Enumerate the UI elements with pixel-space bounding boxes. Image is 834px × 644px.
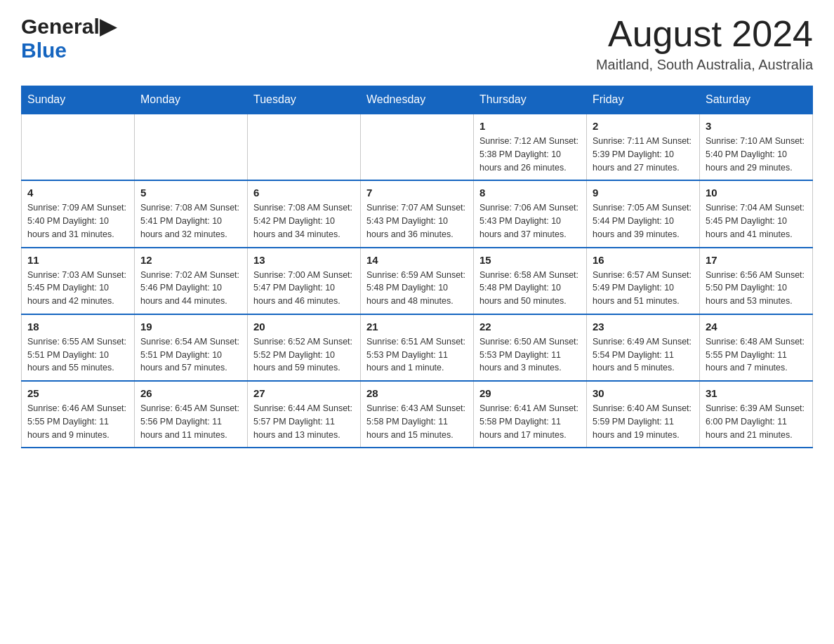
day-number: 12 bbox=[140, 254, 241, 266]
day-number: 5 bbox=[140, 187, 241, 199]
calendar-cell: 28Sunrise: 6:43 AM Sunset: 5:58 PM Dayli… bbox=[361, 381, 474, 448]
day-number: 3 bbox=[706, 120, 807, 132]
day-info: Sunrise: 6:51 AM Sunset: 5:53 PM Dayligh… bbox=[366, 335, 468, 375]
day-number: 20 bbox=[253, 321, 355, 333]
day-number: 24 bbox=[706, 321, 807, 333]
calendar-cell: 8Sunrise: 7:06 AM Sunset: 5:43 PM Daylig… bbox=[474, 180, 587, 247]
day-info: Sunrise: 7:07 AM Sunset: 5:43 PM Dayligh… bbox=[366, 201, 468, 241]
day-info: Sunrise: 6:48 AM Sunset: 5:55 PM Dayligh… bbox=[706, 335, 807, 375]
calendar-location: Maitland, South Australia, Australia bbox=[596, 57, 813, 73]
col-header-wednesday: Wednesday bbox=[361, 86, 474, 114]
week-row-4: 18Sunrise: 6:55 AM Sunset: 5:51 PM Dayli… bbox=[22, 314, 813, 381]
calendar-cell: 25Sunrise: 6:46 AM Sunset: 5:55 PM Dayli… bbox=[22, 381, 135, 448]
day-number: 8 bbox=[479, 187, 581, 199]
calendar-cell: 22Sunrise: 6:50 AM Sunset: 5:53 PM Dayli… bbox=[474, 314, 587, 381]
day-info: Sunrise: 7:12 AM Sunset: 5:38 PM Dayligh… bbox=[479, 135, 581, 174]
col-header-saturday: Saturday bbox=[700, 86, 813, 114]
day-info: Sunrise: 6:57 AM Sunset: 5:49 PM Dayligh… bbox=[593, 269, 694, 308]
calendar-cell: 1Sunrise: 7:12 AM Sunset: 5:38 PM Daylig… bbox=[474, 114, 587, 180]
day-number: 28 bbox=[366, 387, 468, 399]
calendar-cell: 5Sunrise: 7:08 AM Sunset: 5:41 PM Daylig… bbox=[135, 180, 248, 247]
day-info: Sunrise: 6:52 AM Sunset: 5:52 PM Dayligh… bbox=[253, 335, 355, 375]
day-number: 9 bbox=[593, 187, 694, 199]
day-info: Sunrise: 7:04 AM Sunset: 5:45 PM Dayligh… bbox=[706, 201, 807, 241]
day-number: 14 bbox=[366, 254, 468, 266]
calendar-cell: 2Sunrise: 7:11 AM Sunset: 5:39 PM Daylig… bbox=[587, 114, 700, 180]
week-row-5: 25Sunrise: 6:46 AM Sunset: 5:55 PM Dayli… bbox=[22, 381, 813, 448]
day-info: Sunrise: 7:06 AM Sunset: 5:43 PM Dayligh… bbox=[479, 201, 581, 241]
day-info: Sunrise: 7:00 AM Sunset: 5:47 PM Dayligh… bbox=[253, 269, 355, 308]
day-info: Sunrise: 6:58 AM Sunset: 5:48 PM Dayligh… bbox=[479, 269, 581, 308]
day-info: Sunrise: 6:49 AM Sunset: 5:54 PM Dayligh… bbox=[593, 335, 694, 375]
calendar-cell: 13Sunrise: 7:00 AM Sunset: 5:47 PM Dayli… bbox=[248, 248, 361, 314]
calendar-header-row: SundayMondayTuesdayWednesdayThursdayFrid… bbox=[22, 86, 813, 114]
week-row-3: 11Sunrise: 7:03 AM Sunset: 5:45 PM Dayli… bbox=[22, 248, 813, 314]
calendar-cell: 30Sunrise: 6:40 AM Sunset: 5:59 PM Dayli… bbox=[587, 381, 700, 448]
calendar-cell: 26Sunrise: 6:45 AM Sunset: 5:56 PM Dayli… bbox=[135, 381, 248, 448]
calendar-cell: 18Sunrise: 6:55 AM Sunset: 5:51 PM Dayli… bbox=[22, 314, 135, 381]
logo-line2: Blue bbox=[21, 39, 116, 62]
calendar-cell: 9Sunrise: 7:05 AM Sunset: 5:44 PM Daylig… bbox=[587, 180, 700, 247]
day-number: 27 bbox=[253, 387, 355, 399]
calendar-table: SundayMondayTuesdayWednesdayThursdayFrid… bbox=[21, 86, 813, 448]
calendar-cell: 21Sunrise: 6:51 AM Sunset: 5:53 PM Dayli… bbox=[361, 314, 474, 381]
page-header: General▶ Blue August 2024 Maitland, Sout… bbox=[21, 14, 813, 73]
calendar-cell: 16Sunrise: 6:57 AM Sunset: 5:49 PM Dayli… bbox=[587, 248, 700, 314]
day-number: 30 bbox=[593, 387, 694, 399]
col-header-sunday: Sunday bbox=[22, 86, 135, 114]
day-info: Sunrise: 6:41 AM Sunset: 5:58 PM Dayligh… bbox=[479, 402, 581, 441]
calendar-cell: 10Sunrise: 7:04 AM Sunset: 5:45 PM Dayli… bbox=[700, 180, 813, 247]
day-info: Sunrise: 6:44 AM Sunset: 5:57 PM Dayligh… bbox=[253, 402, 355, 441]
day-number: 21 bbox=[366, 321, 468, 333]
col-header-thursday: Thursday bbox=[474, 86, 587, 114]
day-info: Sunrise: 7:11 AM Sunset: 5:39 PM Dayligh… bbox=[593, 135, 694, 174]
calendar-cell: 3Sunrise: 7:10 AM Sunset: 5:40 PM Daylig… bbox=[700, 114, 813, 180]
day-info: Sunrise: 6:50 AM Sunset: 5:53 PM Dayligh… bbox=[479, 335, 581, 375]
title-area: August 2024 Maitland, South Australia, A… bbox=[596, 14, 813, 73]
calendar-cell bbox=[361, 114, 474, 180]
calendar-cell: 11Sunrise: 7:03 AM Sunset: 5:45 PM Dayli… bbox=[22, 248, 135, 314]
col-header-friday: Friday bbox=[587, 86, 700, 114]
day-number: 31 bbox=[706, 387, 807, 399]
col-header-tuesday: Tuesday bbox=[248, 86, 361, 114]
day-info: Sunrise: 7:05 AM Sunset: 5:44 PM Dayligh… bbox=[593, 201, 694, 241]
day-info: Sunrise: 7:10 AM Sunset: 5:40 PM Dayligh… bbox=[706, 135, 807, 174]
day-info: Sunrise: 7:08 AM Sunset: 5:41 PM Dayligh… bbox=[140, 201, 241, 241]
day-number: 1 bbox=[479, 120, 581, 132]
day-info: Sunrise: 7:09 AM Sunset: 5:40 PM Dayligh… bbox=[27, 201, 128, 241]
logo-line1: General▶ bbox=[21, 14, 116, 39]
logo: General▶ Blue bbox=[21, 14, 116, 62]
day-number: 19 bbox=[140, 321, 241, 333]
calendar-cell: 29Sunrise: 6:41 AM Sunset: 5:58 PM Dayli… bbox=[474, 381, 587, 448]
day-info: Sunrise: 7:08 AM Sunset: 5:42 PM Dayligh… bbox=[253, 201, 355, 241]
calendar-cell: 20Sunrise: 6:52 AM Sunset: 5:52 PM Dayli… bbox=[248, 314, 361, 381]
calendar-cell bbox=[248, 114, 361, 180]
day-number: 4 bbox=[27, 187, 128, 199]
day-number: 11 bbox=[27, 254, 128, 266]
day-info: Sunrise: 6:54 AM Sunset: 5:51 PM Dayligh… bbox=[140, 335, 241, 375]
calendar-cell: 4Sunrise: 7:09 AM Sunset: 5:40 PM Daylig… bbox=[22, 180, 135, 247]
day-number: 15 bbox=[479, 254, 581, 266]
day-number: 6 bbox=[253, 187, 355, 199]
calendar-cell: 24Sunrise: 6:48 AM Sunset: 5:55 PM Dayli… bbox=[700, 314, 813, 381]
calendar-cell: 14Sunrise: 6:59 AM Sunset: 5:48 PM Dayli… bbox=[361, 248, 474, 314]
day-info: Sunrise: 6:39 AM Sunset: 6:00 PM Dayligh… bbox=[706, 402, 807, 441]
col-header-monday: Monday bbox=[135, 86, 248, 114]
day-info: Sunrise: 6:40 AM Sunset: 5:59 PM Dayligh… bbox=[593, 402, 694, 441]
calendar-cell bbox=[135, 114, 248, 180]
day-info: Sunrise: 7:03 AM Sunset: 5:45 PM Dayligh… bbox=[27, 269, 128, 308]
calendar-cell: 19Sunrise: 6:54 AM Sunset: 5:51 PM Dayli… bbox=[135, 314, 248, 381]
calendar-cell bbox=[22, 114, 135, 180]
day-number: 22 bbox=[479, 321, 581, 333]
week-row-2: 4Sunrise: 7:09 AM Sunset: 5:40 PM Daylig… bbox=[22, 180, 813, 247]
calendar-cell: 31Sunrise: 6:39 AM Sunset: 6:00 PM Dayli… bbox=[700, 381, 813, 448]
day-number: 17 bbox=[706, 254, 807, 266]
day-number: 10 bbox=[706, 187, 807, 199]
day-number: 2 bbox=[593, 120, 694, 132]
day-number: 16 bbox=[593, 254, 694, 266]
day-number: 25 bbox=[27, 387, 128, 399]
day-number: 23 bbox=[593, 321, 694, 333]
day-info: Sunrise: 6:56 AM Sunset: 5:50 PM Dayligh… bbox=[706, 269, 807, 308]
day-number: 18 bbox=[27, 321, 128, 333]
day-number: 7 bbox=[366, 187, 468, 199]
